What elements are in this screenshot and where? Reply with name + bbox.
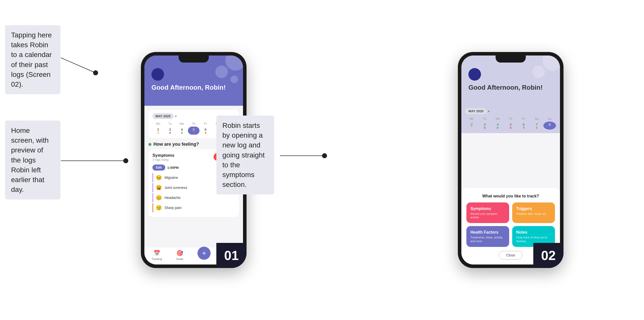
modal-title: What would you like to track? (466, 194, 555, 198)
symptoms-subtitle: 3 logs today (152, 158, 174, 162)
svg-line-0 (61, 58, 96, 73)
track-triggers-card[interactable]: Triggers Weather, diet, mood, etc. (512, 202, 555, 223)
screen2-month-label: MAY 2020 (465, 108, 487, 114)
s2-cal-day-5[interactable]: 5 (504, 122, 517, 130)
sharp-pain-icon: 😟 (156, 205, 162, 211)
track-health-card[interactable]: Health Factors Treatments, sleep, activi… (466, 226, 509, 247)
s2-cal-day-8-selected[interactable]: 8 (543, 122, 556, 130)
green-dot (148, 143, 151, 146)
blob-1 (225, 56, 243, 71)
track-health-title: Health Factors (470, 230, 505, 235)
symptom-sharp-pain[interactable]: 😟 Sharp pain (152, 203, 235, 212)
user-avatar-2 (468, 68, 481, 81)
tracking-label: Tracking (151, 257, 162, 260)
month-arrow: ▾ (175, 115, 177, 118)
screen-number-1: 01 (216, 243, 247, 268)
cal-day-3[interactable]: 3 (164, 127, 176, 135)
phone-2-wrapper: Good Afternoon, Robin! MAY 2020 ▾ Mo Tu … (458, 52, 564, 268)
log-time: 1:00PM (167, 166, 179, 170)
goals-icon: 🎯 (176, 250, 183, 256)
cal-day-6[interactable]: 6 (200, 127, 211, 135)
symptom-joint-name: Joint soreness (165, 186, 187, 190)
s2-cal-day-2[interactable]: 2 (465, 122, 478, 130)
symptoms-title: Symptoms (152, 153, 174, 158)
phone-2-screen: Good Afternoon, Robin! MAY 2020 ▾ Mo Tu … (461, 56, 560, 264)
track-triggers-title: Triggers (516, 206, 551, 211)
screen2-calendar-area: MAY 2020 ▾ Mo Tu We Th Fr Sa Su 2 (461, 106, 560, 133)
screen2-month-selector[interactable]: MAY 2020 ▾ (465, 108, 556, 114)
screen2-month-arrow: ▾ (488, 110, 490, 113)
cal-header-fr: Fr (200, 122, 211, 126)
track-symptoms-title: Symptoms (470, 206, 505, 211)
s2-cal-header-tu: Tu (478, 117, 491, 121)
blob-s2-2 (532, 66, 545, 78)
track-notes-desc: Keep track of what you're thinking (516, 236, 551, 243)
phone-2-frame: Good Afternoon, Robin! MAY 2020 ▾ Mo Tu … (458, 52, 564, 268)
user-avatar (151, 68, 164, 81)
cal-header-th: Th (188, 122, 199, 126)
joint-icon: 😫 (156, 185, 162, 191)
migraine-icon: 😣 (156, 175, 162, 181)
fab-add-button[interactable]: + (197, 247, 211, 260)
track-triggers-desc: Weather, diet, mood, etc. (516, 212, 551, 216)
s2-cal-header-mo: Mo (465, 117, 478, 121)
blob-3 (230, 76, 238, 83)
s2-cal-header-fr: Fr (517, 117, 530, 121)
tracking-icon: 📅 (153, 250, 160, 256)
svg-point-3 (123, 158, 128, 163)
symptom-headache[interactable]: 😊 Headache (152, 193, 235, 202)
annotation-1: Tapping here takes Robin to a calendar o… (5, 25, 60, 94)
symptom-migraine-name: Migraine (165, 176, 178, 180)
annotation-2: Home screen, with preview of the logs Ro… (5, 121, 60, 199)
s2-cal-header-we: We (491, 117, 504, 121)
s2-cal-header-sa: Sa (531, 117, 543, 121)
modal-close-button[interactable]: Close (499, 251, 522, 259)
screen1-header: Good Afternoon, Robin! (144, 56, 243, 106)
page-container: Tapping here takes Robin to a calendar o… (0, 0, 644, 320)
annotation-3: Robin starts by opening a new log and go… (216, 116, 274, 194)
month-label: MAY 2020 (152, 113, 174, 119)
blob-2 (215, 66, 228, 78)
cal-header-mo: Mo (152, 122, 164, 126)
goals-label: Goals (176, 257, 183, 260)
s2-cal-day-7[interactable]: 7 (531, 122, 543, 130)
headache-icon: 😊 (156, 195, 162, 201)
s2-cal-day-4[interactable]: 4 (491, 122, 504, 130)
nav-goals[interactable]: 🎯 Goals (176, 250, 183, 260)
cal-day-4[interactable]: 4 (176, 127, 187, 135)
svg-point-1 (93, 70, 98, 75)
track-options-grid: Symptoms Record your symptom activity Tr… (466, 202, 555, 247)
cal-header-tu: Tu (164, 122, 176, 126)
track-symptoms-card[interactable]: Symptoms Record your symptom activity (466, 202, 509, 223)
nav-tracking[interactable]: 📅 Tracking (151, 250, 162, 260)
s2-cal-header-su: Su (543, 117, 556, 121)
symptoms-info: Symptoms 3 logs today (152, 153, 174, 162)
s2-cal-day-3[interactable]: 3 (478, 122, 491, 130)
symptom-sharp-pain-name: Sharp pain (165, 206, 182, 210)
cal-header-we: We (176, 122, 187, 126)
phone-1-notch (179, 56, 209, 63)
track-symptoms-desc: Record your symptom activity (470, 212, 505, 219)
blob-s2-1 (542, 56, 560, 71)
s2-cal-header-th: Th (504, 117, 517, 121)
svg-point-5 (322, 153, 327, 158)
track-notes-title: Notes (516, 230, 551, 235)
phone-2-notch (496, 56, 526, 63)
cal-day-5-selected[interactable]: 5 (188, 127, 199, 135)
screen2-header: Good Afternoon, Robin! (461, 56, 560, 106)
screen2-calendar-grid: Mo Tu We Th Fr Sa Su 2 3 4 (465, 117, 556, 130)
cal-day-2[interactable]: 2 (152, 127, 164, 135)
symptom-headache-name: Headache (165, 196, 181, 200)
track-health-desc: Treatments, sleep, activity, and more (470, 236, 505, 243)
s2-cal-day-6[interactable]: 6 (517, 122, 530, 130)
edit-button[interactable]: Edit (152, 165, 165, 171)
